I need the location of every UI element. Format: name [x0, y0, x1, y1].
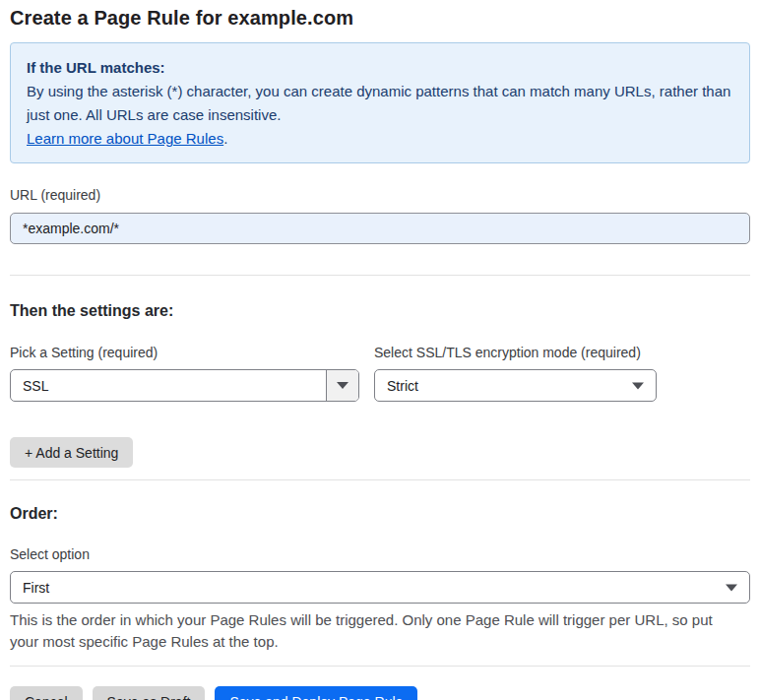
chevron-down-icon [726, 584, 737, 591]
link-suffix-period: . [223, 130, 227, 147]
chevron-down-icon [337, 382, 348, 389]
info-box-heading: If the URL matches: [27, 56, 733, 80]
settings-selects-row: Pick a Setting (required) SSL Select SSL… [10, 344, 750, 402]
order-select[interactable]: First [10, 571, 750, 604]
page-title: Create a Page Rule for example.com [10, 7, 750, 30]
ssl-mode-value: Strict [375, 378, 656, 394]
url-match-info-box: If the URL matches: By using the asteris… [10, 42, 750, 163]
url-field-label: URL (required) [10, 186, 750, 204]
footer-actions: Cancel Save as Draft Save and Deploy Pag… [10, 686, 750, 700]
ssl-mode-column: Select SSL/TLS encryption mode (required… [374, 344, 657, 402]
learn-more-link[interactable]: Learn more about Page Rules [27, 130, 223, 147]
ssl-mode-label: Select SSL/TLS encryption mode (required… [374, 344, 657, 361]
settings-section-heading: Then the settings are: [10, 302, 750, 320]
pick-setting-dropdown-button[interactable] [326, 370, 358, 401]
save-and-deploy-button[interactable]: Save and Deploy Page Rule [215, 686, 417, 700]
chevron-down-icon [632, 382, 644, 389]
divider [10, 479, 750, 480]
order-select-value: First [11, 580, 749, 596]
ssl-mode-select[interactable]: Strict [374, 369, 657, 402]
order-section-heading: Order: [10, 505, 750, 523]
cancel-button[interactable]: Cancel [10, 686, 83, 700]
pick-setting-value: SSL [11, 378, 326, 394]
order-help-text: This is the order in which your Page Rul… [10, 609, 743, 653]
info-box-link-line: Learn more about Page Rules. [27, 127, 733, 151]
order-select-label: Select option [10, 545, 750, 563]
save-as-draft-button[interactable]: Save as Draft [93, 686, 206, 700]
divider [10, 275, 750, 276]
pick-setting-select[interactable]: SSL [10, 369, 359, 402]
add-setting-button[interactable]: + Add a Setting [10, 437, 133, 468]
url-input[interactable] [10, 213, 750, 244]
divider [10, 666, 750, 667]
pick-setting-column: Pick a Setting (required) SSL [10, 344, 359, 402]
pick-setting-label: Pick a Setting (required) [10, 344, 359, 361]
info-box-body: By using the asterisk (*) character, you… [27, 80, 733, 127]
